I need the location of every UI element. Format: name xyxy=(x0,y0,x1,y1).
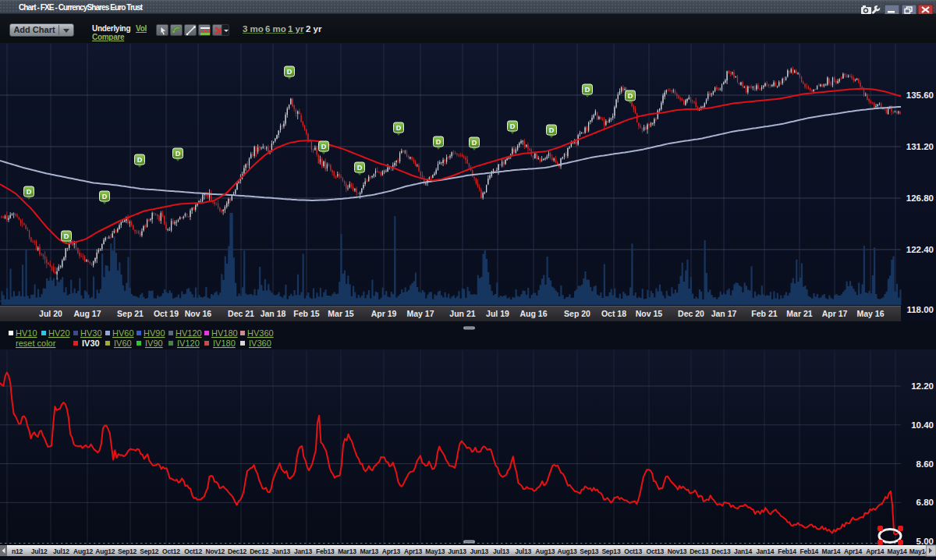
svg-text:IV90: IV90 xyxy=(145,338,163,348)
svg-text:Dec13: Dec13 xyxy=(711,548,731,555)
svg-text:May14: May14 xyxy=(888,548,907,555)
svg-text:HV30: HV30 xyxy=(80,328,102,338)
svg-text:Nov 16: Nov 16 xyxy=(185,309,212,318)
svg-text:May 17: May 17 xyxy=(406,309,434,318)
svg-text:IV30: IV30 xyxy=(82,338,100,348)
svg-text:Mar 15: Mar 15 xyxy=(328,309,353,318)
svg-text:D: D xyxy=(549,126,555,134)
svg-text:Dec 20: Dec 20 xyxy=(678,309,704,318)
svg-text:10.40: 10.40 xyxy=(911,420,934,430)
svg-text:Aug13: Aug13 xyxy=(535,548,555,555)
svg-text:Jul12: Jul12 xyxy=(31,548,48,555)
svg-text:Dec12: Dec12 xyxy=(228,548,247,555)
svg-text:Oct12: Oct12 xyxy=(184,548,202,555)
svg-text:Aug12: Aug12 xyxy=(73,548,93,555)
svg-text:D: D xyxy=(436,138,441,146)
svg-text:HV360: HV360 xyxy=(247,328,274,338)
svg-text:Apr13: Apr13 xyxy=(382,548,401,555)
svg-text:122.40: 122.40 xyxy=(906,245,934,254)
svg-text:Aug 16: Aug 16 xyxy=(519,309,547,318)
svg-text:12.20: 12.20 xyxy=(911,381,934,391)
svg-text:Apr13: Apr13 xyxy=(404,548,423,555)
svg-text:IV120: IV120 xyxy=(177,338,200,348)
svg-text:Aug12: Aug12 xyxy=(95,548,115,555)
svg-text:Mar14: Mar14 xyxy=(822,548,841,555)
svg-text:Jul 19: Jul 19 xyxy=(486,309,509,318)
svg-text:Jan13: Jan13 xyxy=(294,548,313,555)
svg-text:Jun13: Jun13 xyxy=(448,548,466,555)
svg-text:Feb 21: Feb 21 xyxy=(751,309,777,318)
svg-text:Dec 21: Dec 21 xyxy=(228,309,254,318)
svg-text:May 16: May 16 xyxy=(856,309,884,318)
svg-text:Aug13: Aug13 xyxy=(558,548,577,555)
svg-text:Nov13: Nov13 xyxy=(668,548,687,555)
svg-text:Oct12: Oct12 xyxy=(162,548,180,555)
svg-text:Feb14: Feb14 xyxy=(778,548,796,555)
svg-text:Oct13: Oct13 xyxy=(646,548,664,555)
svg-text:Feb 15: Feb 15 xyxy=(293,309,319,318)
svg-text:Jan14: Jan14 xyxy=(756,548,775,555)
svg-text:D: D xyxy=(176,150,181,158)
svg-text:Jun13: Jun13 xyxy=(470,548,488,555)
svg-text:Apr 17: Apr 17 xyxy=(822,309,848,318)
svg-text:Feb14: Feb14 xyxy=(800,548,818,555)
svg-text:Dec12: Dec12 xyxy=(250,548,269,555)
svg-text:Apr14: Apr14 xyxy=(866,548,885,555)
svg-text:D: D xyxy=(102,193,108,200)
svg-text:D: D xyxy=(27,188,32,196)
svg-text:Jun 21: Jun 21 xyxy=(449,309,475,318)
svg-text:Oct 18: Oct 18 xyxy=(601,309,626,318)
svg-text:Apr 19: Apr 19 xyxy=(371,309,397,318)
svg-text:Mar 21: Mar 21 xyxy=(786,309,812,318)
svg-text:D: D xyxy=(321,143,327,151)
svg-text:Sep 21: Sep 21 xyxy=(117,309,144,318)
svg-text:Nov 15: Nov 15 xyxy=(636,309,663,318)
svg-text:Feb13: Feb13 xyxy=(316,548,335,555)
svg-text:D: D xyxy=(585,86,590,94)
svg-text:D: D xyxy=(64,232,69,240)
svg-text:HV90: HV90 xyxy=(144,328,165,338)
svg-text:Jan14: Jan14 xyxy=(734,548,753,555)
svg-text:Sep13: Sep13 xyxy=(580,548,599,555)
svg-text:Sep12: Sep12 xyxy=(140,548,159,555)
svg-text:Jul 20: Jul 20 xyxy=(39,309,62,318)
svg-text:HV120: HV120 xyxy=(176,328,202,338)
svg-text:118.00: 118.00 xyxy=(906,305,934,314)
svg-text:Jul12: Jul12 xyxy=(53,548,69,555)
svg-text:135.60: 135.60 xyxy=(906,90,934,100)
svg-text:126.80: 126.80 xyxy=(906,193,934,203)
svg-text:Jan 17: Jan 17 xyxy=(711,309,737,318)
svg-text:Mar13: Mar13 xyxy=(338,548,356,555)
svg-text:Sep13: Sep13 xyxy=(601,548,621,555)
svg-text:D: D xyxy=(357,164,363,172)
svg-text:Jul13: Jul13 xyxy=(515,548,531,555)
svg-text:Sep 20: Sep 20 xyxy=(564,309,590,318)
svg-text:HV180: HV180 xyxy=(211,328,238,338)
svg-text:IV360: IV360 xyxy=(249,338,271,348)
svg-text:Oct 19: Oct 19 xyxy=(154,309,179,318)
svg-text:Mar13: Mar13 xyxy=(360,548,378,555)
svg-text:Jan13: Jan13 xyxy=(272,548,291,555)
svg-text:Oct13: Oct13 xyxy=(624,548,642,555)
svg-text:Sep12: Sep12 xyxy=(118,548,137,555)
svg-text:reset color: reset color xyxy=(16,338,56,348)
svg-text:Jul13: Jul13 xyxy=(493,548,509,555)
svg-text:Dec13: Dec13 xyxy=(690,548,709,555)
svg-text:HV20: HV20 xyxy=(48,328,70,338)
svg-text:D: D xyxy=(472,139,477,147)
svg-text:IV180: IV180 xyxy=(213,338,236,348)
svg-text:n12: n12 xyxy=(12,548,23,555)
svg-text:6.80: 6.80 xyxy=(916,498,934,507)
svg-text:131.20: 131.20 xyxy=(906,142,934,151)
svg-text:D: D xyxy=(287,68,292,76)
svg-text:D: D xyxy=(510,122,516,130)
svg-text:Aug 17: Aug 17 xyxy=(73,309,101,318)
svg-text:IV60: IV60 xyxy=(114,338,132,348)
svg-text:D: D xyxy=(396,124,402,132)
svg-text:HV10: HV10 xyxy=(16,328,37,338)
svg-text:Jan 18: Jan 18 xyxy=(261,309,286,318)
svg-text:D: D xyxy=(628,92,633,100)
svg-text:5.00: 5.00 xyxy=(916,537,934,546)
svg-text:May13: May13 xyxy=(425,548,445,555)
svg-text:8.60: 8.60 xyxy=(916,459,934,469)
